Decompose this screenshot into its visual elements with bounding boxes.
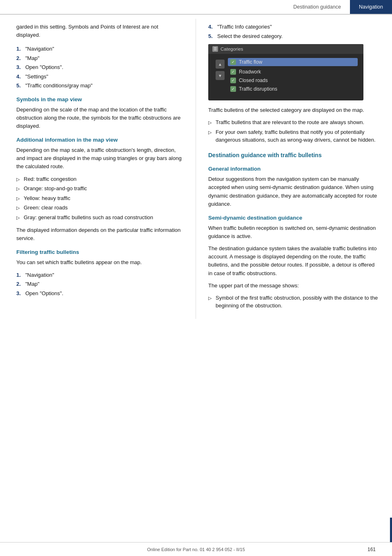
step-number: 1. (16, 45, 25, 53)
option-label: Traffic disruptions (239, 86, 277, 92)
color-bullets-list: ▷ Red: traffic congestion ▷ Orange: stop… (16, 175, 183, 222)
step-text: "Navigation" (25, 45, 54, 53)
option-checkbox: ✓ (230, 69, 236, 75)
tab-nav-label: Navigation (359, 4, 383, 10)
option-traffic-disruptions: ✓ Traffic disruptions (230, 86, 358, 92)
tab-navigation[interactable]: Navigation (350, 0, 392, 14)
step-text: "Map" (25, 54, 40, 62)
list-item: 1. "Navigation" (16, 45, 183, 53)
nav-btn-down: ▼ (216, 71, 225, 80)
list-item: 2. "Map" (16, 54, 183, 62)
list-item: 5. "Traffic conditions/gray map" (16, 82, 183, 90)
footer-accent-bar (390, 518, 392, 542)
section-text-semi-dynamic-3: The upper part of the message shows: (208, 282, 380, 290)
categories-icon: ☰ (212, 46, 218, 52)
symbol-bullets-list: ▷ Symbol of the first traffic obstructio… (208, 294, 380, 310)
arrow-icon: ▷ (16, 175, 24, 183)
option-closed-roads: ✓ Closed roads (230, 78, 358, 83)
list-item: ▷ For your own safety, traffic bulletins… (208, 128, 380, 144)
list-item: 3. Open "Options". (16, 289, 183, 298)
nav-btn-up: ▲ (216, 60, 225, 69)
list-item: 5. Select the desired category. (208, 32, 380, 40)
list-item: 1. "Navigation" (16, 271, 183, 279)
header-tabs: Destination guidance Navigation (284, 0, 392, 14)
arrow-icon: ▷ (16, 185, 24, 193)
tab-dest-label: Destination guidance (293, 4, 341, 10)
arrow-icon: ▷ (208, 118, 216, 127)
traffic-bullets-list: ▷ Traffic bulletins that are relevant to… (208, 118, 380, 144)
step-text: "Traffic Info categories" (217, 23, 272, 31)
list-item: 2. "Map" (16, 280, 183, 288)
section-heading-symbols: Symbols in the map view (16, 96, 183, 102)
steps-list-3: 4. "Traffic Info categories" 5. Select t… (208, 23, 380, 40)
list-item: 3. Open "Options". (16, 63, 183, 71)
option-roadwork: ✓ Roadwork (230, 69, 358, 75)
bullet-text: Green: clear roads (24, 204, 68, 212)
option-traffic-flow: ✓ Traffic flow (228, 58, 358, 66)
step-number: 4. (208, 23, 217, 31)
step-text: "Settings" (25, 73, 48, 81)
step-text: Open "Options". (25, 63, 63, 71)
page-footer: Online Edition for Part no. 01 40 2 954 … (0, 542, 392, 556)
section-text-semi-dynamic-2: The destination guidance system takes th… (208, 245, 380, 278)
left-column: garded in this setting. Symbols and Poin… (0, 19, 196, 319)
arrow-icon: ▷ (16, 214, 24, 222)
step-number: 3. (16, 63, 25, 71)
list-item: ▷ Symbol of the first traffic obstructio… (208, 294, 380, 310)
screenshot-nav: ▲ ▼ (214, 58, 226, 95)
step-number: 3. (16, 289, 25, 298)
option-label: Traffic flow (239, 59, 262, 65)
arrow-icon: ▷ (16, 204, 24, 212)
page-number: 161 (368, 547, 376, 552)
step-number: 1. (16, 271, 25, 279)
option-label: Roadwork (239, 69, 261, 75)
section-heading-filtering: Filtering traffic bulletins (16, 249, 183, 255)
right-column: 4. "Traffic Info categories" 5. Select t… (196, 19, 392, 319)
section-heading-general-info: General information (208, 166, 380, 172)
main-content: garded in this setting. Symbols and Poin… (0, 15, 392, 319)
screenshot-titlebar: ☰ Categories (208, 44, 363, 54)
list-item: 4. "Traffic Info categories" (208, 23, 380, 31)
step-text: Select the desired category. (217, 32, 283, 40)
option-label: Closed roads (239, 78, 268, 83)
list-item: ▷ Gray: general traffic bulletins such a… (16, 214, 183, 222)
traffic-category-text: Traffic bulletins of the selected catego… (208, 106, 380, 114)
section-heading-dest-guidance: Destination guidance with traffic bullet… (208, 151, 380, 160)
bullet-text: Yellow: heavy traffic (24, 194, 70, 202)
list-item: ▷ Green: clear roads (16, 204, 183, 212)
step-number: 5. (208, 32, 217, 40)
screenshot-categories: ☰ Categories ▲ ▼ ✓ Traffic flow ✓ Roadwo… (208, 44, 363, 100)
section-heading-additional: Additional information in the map view (16, 137, 183, 143)
step-number: 2. (16, 280, 25, 288)
bullet-text: For your own safety, traffic bulletins t… (216, 128, 380, 144)
step-text: "Navigation" (25, 271, 54, 279)
step-text: Open "Options". (25, 289, 63, 298)
step-text: "Traffic conditions/gray map" (25, 82, 93, 90)
arrow-icon: ▷ (208, 294, 216, 310)
tab-destination-guidance[interactable]: Destination guidance (284, 0, 350, 14)
option-checkbox: ✓ (230, 59, 236, 65)
bullet-text: Orange: stop-and-go traffic (24, 185, 87, 193)
option-checkbox: ✓ (230, 78, 236, 83)
screenshot-title: Categories (220, 47, 243, 51)
list-item: ▷ Traffic bulletins that are relevant to… (208, 118, 380, 127)
section-text-filtering: You can set which traffic bulletins appe… (16, 258, 183, 267)
list-item: ▷ Yellow: heavy traffic (16, 194, 183, 202)
footer-text: Online Edition for Part no. 01 40 2 954 … (147, 547, 245, 552)
step-number: 4. (16, 73, 25, 81)
steps-list-1: 1. "Navigation" 2. "Map" 3. Open "Option… (16, 45, 183, 90)
bullet-text: Gray: general traffic bulletins such as … (24, 214, 153, 222)
option-checkbox: ✓ (230, 86, 236, 92)
arrow-icon: ▷ (16, 194, 24, 202)
section-text-semi-dynamic-1: When traffic bulletin reception is switc… (208, 224, 380, 240)
bullet-text: Symbol of the first traffic obstruction,… (216, 294, 380, 310)
bullet-text: Traffic bulletins that are relevant to t… (216, 118, 364, 127)
list-item: ▷ Orange: stop-and-go traffic (16, 185, 183, 193)
arrow-icon: ▷ (208, 128, 216, 144)
page-header: Destination guidance Navigation (0, 0, 392, 15)
intro-paragraph: garded in this setting. Symbols and Poin… (16, 23, 183, 39)
step-text: "Map" (25, 280, 40, 288)
step-number: 5. (16, 82, 25, 90)
screenshot-options: ✓ Traffic flow ✓ Roadwork ✓ Closed roads… (230, 58, 358, 95)
step-number: 2. (16, 54, 25, 62)
